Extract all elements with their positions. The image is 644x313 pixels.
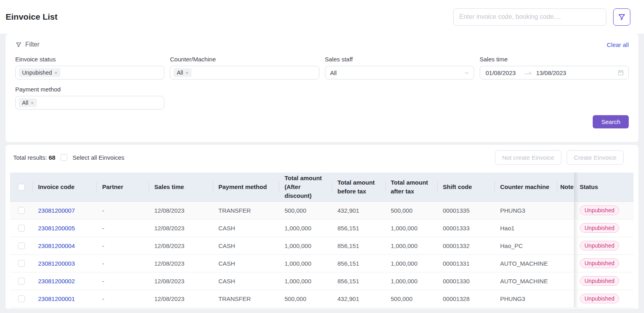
chevron-down-icon bbox=[464, 70, 469, 75]
einvoice-status-tag-label: Unpubished bbox=[22, 69, 52, 76]
header-partner: Partner bbox=[97, 173, 149, 201]
total-results-value: 68 bbox=[48, 154, 55, 161]
total-after-discount-cell: 1,000,000 bbox=[279, 272, 332, 290]
invoice-code-link[interactable]: 23081200004 bbox=[38, 242, 75, 249]
search-input[interactable] bbox=[453, 8, 606, 26]
payment-method-cell: CASH bbox=[213, 237, 279, 254]
row-checkbox[interactable] bbox=[18, 225, 25, 232]
table-row: 23081200004 - 12/08/2023 CASH 1,000,000 … bbox=[10, 237, 634, 254]
note-cell bbox=[557, 272, 574, 290]
total-after-tax-cell: 1,000,000 bbox=[385, 219, 437, 237]
status-badge: Unpubished bbox=[580, 205, 620, 215]
note-cell bbox=[557, 290, 574, 307]
partner-cell: - bbox=[97, 272, 149, 290]
field-counter-machine: Counter/Machine All × bbox=[170, 49, 319, 79]
funnel-icon bbox=[15, 41, 22, 48]
total-before-tax-cell: 856,151 bbox=[332, 254, 385, 272]
total-before-tax-cell: 432,901 bbox=[332, 201, 385, 219]
payment-method-select[interactable]: All × bbox=[15, 96, 164, 110]
einvoice-status-select[interactable]: Unpubished × bbox=[15, 66, 164, 79]
payment-method-cell: TRANSFER bbox=[213, 290, 279, 307]
remove-tag-icon[interactable]: × bbox=[186, 70, 189, 75]
partner-cell: - bbox=[97, 201, 149, 219]
table-row: 23081200002 - 12/08/2023 CASH 1,000,000 … bbox=[10, 272, 634, 290]
payment-method-cell: CASH bbox=[213, 254, 279, 272]
total-after-tax-cell: 500,000 bbox=[385, 201, 437, 219]
date-from-value[interactable]: 01/08/2023 bbox=[486, 69, 520, 76]
sales-staff-select[interactable]: All bbox=[325, 66, 474, 79]
invoice-code-link[interactable]: 23081200005 bbox=[38, 225, 75, 232]
header-shift-code: Shift code bbox=[437, 173, 495, 201]
field-payment-method: Payment method All × bbox=[15, 79, 164, 110]
search-button[interactable]: Search bbox=[593, 115, 629, 128]
create-einvoice-button[interactable]: Create Einvoice bbox=[567, 150, 624, 165]
counter-machine-select[interactable]: All × bbox=[170, 66, 319, 79]
counter-machine-cell: Hao_PC bbox=[495, 237, 557, 254]
clear-all-link[interactable]: Clear all bbox=[607, 41, 629, 48]
total-after-discount-cell: 500,000 bbox=[279, 201, 332, 219]
date-to-value[interactable]: 13/08/2023 bbox=[536, 69, 571, 76]
partner-cell: - bbox=[97, 219, 149, 237]
top-actions bbox=[453, 8, 630, 26]
remove-tag-icon[interactable]: × bbox=[55, 70, 58, 75]
total-results-text: Total results: 68 bbox=[13, 154, 55, 161]
filter-title-label: Filter bbox=[25, 41, 40, 48]
row-checkbox[interactable] bbox=[18, 242, 25, 249]
sales-time-cell: 12/08/2023 bbox=[149, 201, 213, 219]
shift-code-cell: 00001331 bbox=[437, 254, 495, 272]
total-before-tax-cell: 856,151 bbox=[332, 272, 385, 290]
total-after-discount-cell: 1,000,000 bbox=[279, 237, 332, 254]
select-all-label: Select all Einvoices bbox=[73, 154, 124, 161]
select-all-checkbox[interactable] bbox=[61, 154, 67, 161]
row-checkbox[interactable] bbox=[18, 207, 25, 214]
counter-machine-cell: Hao1 bbox=[495, 219, 557, 237]
sales-staff-label: Sales staff bbox=[325, 56, 474, 63]
filter-toggle-button[interactable] bbox=[613, 8, 630, 26]
note-cell bbox=[557, 201, 574, 219]
filter-panel-title: Filter bbox=[15, 41, 40, 48]
header-counter-machine: Counter machine bbox=[495, 173, 557, 201]
einvoice-status-label: Einvoice status bbox=[15, 56, 164, 63]
invoice-code-link[interactable]: 23081200002 bbox=[38, 278, 75, 285]
row-checkbox[interactable] bbox=[18, 260, 25, 267]
payment-method-cell: TRANSFER bbox=[213, 201, 279, 219]
sales-time-cell: 12/08/2023 bbox=[149, 237, 213, 254]
shift-code-cell: 00001330 bbox=[437, 272, 495, 290]
total-after-tax-cell: 1,000,000 bbox=[385, 254, 437, 272]
table-row: 23081200005 - 12/08/2023 CASH 1,000,000 … bbox=[10, 219, 634, 237]
total-after-tax-cell: 1,000,000 bbox=[385, 237, 437, 254]
header-status: Status bbox=[574, 173, 634, 201]
field-sales-time: Sales time 01/08/2023 13/08/2023 bbox=[480, 49, 629, 79]
partner-cell: - bbox=[97, 254, 149, 272]
total-before-tax-cell: 856,151 bbox=[332, 237, 385, 254]
sales-time-cell: 12/08/2023 bbox=[149, 254, 213, 272]
row-checkbox[interactable] bbox=[18, 295, 25, 302]
einvoice-status-tag: Unpubished × bbox=[19, 68, 61, 77]
sales-time-label: Sales time bbox=[480, 56, 629, 63]
sales-time-cell: 12/08/2023 bbox=[149, 219, 213, 237]
invoice-code-link[interactable]: 23081200001 bbox=[38, 295, 75, 302]
header-invoice-code: Invoice code bbox=[32, 173, 97, 201]
sales-staff-value: All bbox=[330, 69, 337, 76]
invoice-code-link[interactable]: 23081200003 bbox=[38, 260, 75, 267]
header-select-checkbox[interactable] bbox=[18, 184, 25, 191]
not-create-einvoice-button[interactable]: Not create Einvoice bbox=[495, 150, 561, 165]
header-total-after-tax: Total amount after tax bbox=[385, 173, 437, 201]
field-einvoice-status: Einvoice status Unpubished × bbox=[15, 49, 164, 79]
sales-time-range-picker[interactable]: 01/08/2023 13/08/2023 bbox=[480, 66, 629, 79]
arrow-right-icon bbox=[524, 70, 532, 75]
shift-code-cell: 00001328 bbox=[437, 290, 495, 307]
table-row: 23081200007 - 12/08/2023 TRANSFER 500,00… bbox=[10, 201, 634, 219]
remove-tag-icon[interactable]: × bbox=[31, 100, 34, 106]
total-before-tax-cell: 856,151 bbox=[332, 219, 385, 237]
total-after-discount-cell: 1,000,000 bbox=[279, 254, 332, 272]
counter-machine-tag-label: All bbox=[177, 69, 183, 76]
total-after-discount-cell: 500,000 bbox=[279, 290, 332, 307]
table-row: 23081200003 - 12/08/2023 CASH 1,000,000 … bbox=[10, 254, 634, 272]
top-bar: Einvoice List bbox=[0, 0, 644, 34]
shift-code-cell: 00001335 bbox=[437, 201, 495, 219]
shift-code-cell: 00001332 bbox=[437, 237, 495, 254]
total-after-tax-cell: 1,000,000 bbox=[385, 272, 437, 290]
row-checkbox[interactable] bbox=[18, 278, 25, 285]
invoice-code-link[interactable]: 23081200007 bbox=[38, 207, 75, 214]
